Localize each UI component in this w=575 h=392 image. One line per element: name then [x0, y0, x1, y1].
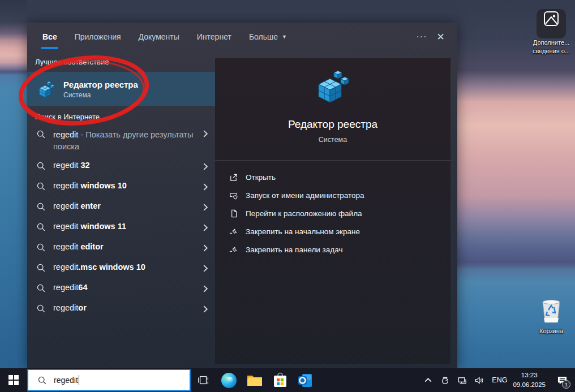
desktop-icon-label: сведения о...: [527, 47, 575, 55]
chevron-right-icon[interactable]: [202, 285, 209, 292]
action-label: Закрепить на начальном экране: [246, 227, 360, 236]
action-pin-to-start[interactable]: Закрепить на начальном экране: [215, 222, 450, 240]
best-match-result[interactable]: Редактор реестра Система: [27, 72, 215, 106]
chevron-right-icon[interactable]: [202, 265, 209, 272]
show-hidden-icons-button[interactable]: [421, 368, 435, 392]
search-icon: [36, 182, 46, 191]
chevron-right-icon[interactable]: [202, 244, 209, 252]
tab-all[interactable]: Все: [42, 23, 57, 51]
desktop-icon-label: Дополните...: [527, 38, 575, 47]
tab-documents[interactable]: Документы: [139, 23, 179, 51]
best-match-subtitle: Система: [63, 91, 138, 99]
search-suggestion[interactable]: regedit64: [27, 278, 215, 298]
edge-icon: [221, 373, 237, 388]
microsoft-store-icon: [273, 372, 288, 388]
suggestion-completion: windows 11: [80, 222, 126, 231]
microsoft-store-button[interactable]: [267, 368, 293, 392]
outlook-button[interactable]: [293, 368, 318, 392]
action-label: Закрепить на панели задач: [246, 245, 342, 254]
close-button[interactable]: ✕: [431, 31, 450, 43]
chevron-right-icon[interactable]: [202, 305, 209, 313]
clock-time: 13:23: [513, 371, 546, 380]
tab-label: Все: [42, 32, 57, 41]
desktop-icon-label: Корзина: [527, 327, 575, 335]
options-button[interactable]: ···: [412, 32, 431, 42]
search-suggestion[interactable]: regedit enter: [27, 196, 215, 217]
action-open-file-location[interactable]: Перейти к расположению файла: [215, 204, 450, 222]
suggestion-completion: enter: [80, 201, 100, 210]
tab-apps[interactable]: Приложения: [75, 23, 121, 51]
task-view-icon: [198, 374, 210, 386]
action-label: Перейти к расположению файла: [246, 209, 362, 218]
action-label: Запуск от имени администратора: [246, 191, 364, 200]
action-open[interactable]: Открыть: [215, 168, 450, 186]
suggestion-query: regedit: [53, 130, 78, 139]
suggestion-query: regedit: [53, 201, 80, 210]
search-suggestion[interactable]: regedit windows 10: [27, 176, 215, 196]
clock[interactable]: 13:23 09.06.2025: [513, 371, 546, 389]
open-file-location-icon: [229, 209, 238, 218]
suggestion-completion: .msc windows 10: [78, 262, 145, 272]
tab-label: Приложения: [75, 32, 121, 41]
chevron-right-icon[interactable]: [202, 183, 209, 191]
desktop-icon-recycle-bin[interactable]: Корзина: [527, 298, 575, 335]
search-suggestion[interactable]: regedit.msc windows 10: [27, 257, 215, 278]
search-icon: [37, 376, 47, 385]
network-icon[interactable]: [455, 368, 469, 392]
tab-label: Интернет: [197, 32, 231, 41]
chevron-right-icon[interactable]: [202, 204, 209, 211]
registry-editor-icon-large: [315, 67, 351, 104]
chevron-right-icon[interactable]: [202, 130, 209, 137]
tab-label: Больше: [249, 32, 278, 41]
task-view-button[interactable]: [191, 368, 216, 392]
volume-icon[interactable]: [472, 368, 486, 392]
search-suggestion[interactable]: regedit 32: [27, 156, 215, 176]
search-icon: [36, 283, 46, 293]
context-actions: Открыть Запуск от имени администратора П…: [215, 168, 450, 259]
pin-to-taskbar-icon: [229, 245, 238, 255]
desktop: { "tabs": { "items": [ { "label": "Все" …: [0, 0, 575, 392]
preview-pane: Редактор реестра Система Открыть Запуск …: [215, 58, 450, 364]
search-icon: [36, 161, 46, 171]
outlook-icon: [298, 373, 313, 388]
action-center-button[interactable]: 1: [553, 368, 570, 392]
search-suggestion[interactable]: regedit editor: [27, 237, 215, 257]
edge-button[interactable]: [216, 368, 242, 392]
suggestion-query: regedit: [53, 303, 78, 312]
system-tray: ENG 13:23 09.06.2025 1: [419, 368, 575, 392]
open-icon: [229, 173, 238, 182]
desktop-wallpaper-left: [0, 0, 27, 368]
search-icon: [36, 202, 46, 212]
search-suggestion[interactable]: regeditor: [27, 298, 215, 318]
divider: [215, 161, 450, 161]
suggestion-completion: windows 10: [80, 181, 126, 190]
preview-title: Редактор реестра: [288, 118, 377, 131]
search-suggestion[interactable]: regedit - Показать другие результаты пои…: [27, 125, 215, 156]
web-search-header: Поиск в Интернете: [35, 113, 215, 122]
start-button[interactable]: [0, 368, 27, 392]
suggestion-query: regedit: [53, 262, 78, 272]
suggestion-completion: 64: [78, 283, 87, 292]
desktop-icon-spotlight-info[interactable]: Дополните... сведения о...: [527, 9, 575, 55]
taskbar: regedit: [0, 368, 575, 392]
search-icon: [36, 130, 46, 139]
registry-editor-icon: [37, 80, 55, 98]
action-label: Открыть: [246, 173, 276, 182]
suggestion-query: regedit: [53, 222, 80, 231]
action-pin-to-taskbar[interactable]: Закрепить на панели задач: [215, 240, 450, 259]
language-indicator[interactable]: ENG: [492, 376, 507, 384]
search-icon: [36, 222, 46, 232]
chevron-right-icon[interactable]: [202, 224, 209, 231]
chevron-right-icon[interactable]: [202, 163, 209, 170]
tab-web[interactable]: Интернет: [197, 23, 231, 51]
tray-app-icon[interactable]: [438, 368, 452, 392]
search-icon: [36, 263, 46, 273]
file-explorer-button[interactable]: [242, 368, 267, 392]
search-suggestion[interactable]: regedit windows 11: [27, 217, 215, 237]
tab-more[interactable]: Больше ▼: [249, 23, 287, 51]
picture-icon: [537, 9, 566, 38]
best-match-title: Редактор реестра: [63, 79, 138, 91]
action-run-as-admin[interactable]: Запуск от имени администратора: [215, 186, 450, 204]
preview-subtitle: Система: [319, 136, 347, 144]
taskbar-search-input[interactable]: regedit: [27, 369, 191, 391]
